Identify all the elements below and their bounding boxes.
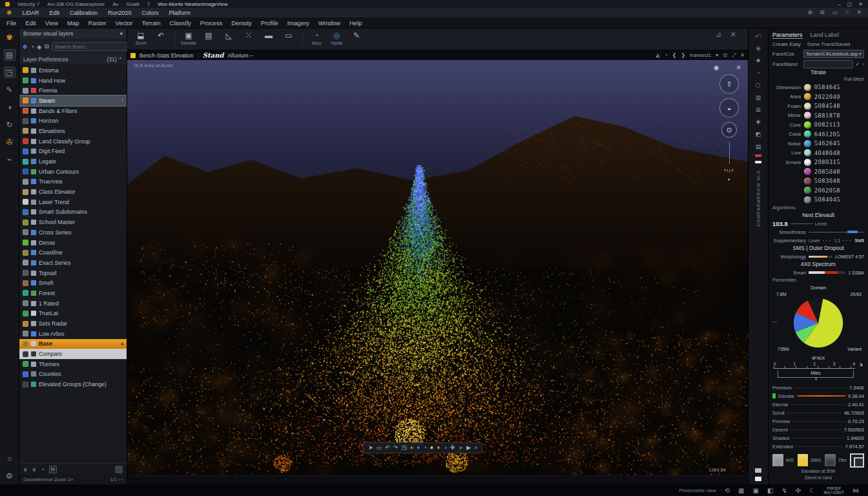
menu-item-file[interactable]: File xyxy=(6,19,16,26)
strip-tool-icon[interactable]: ⬡ xyxy=(753,81,763,89)
link-done-trans[interactable]: Done Trans/Saved xyxy=(807,41,850,47)
slope-button[interactable]: ◺ xyxy=(220,30,237,41)
tab-control-icon[interactable]: ◭ xyxy=(656,52,660,58)
class-color-swatch[interactable] xyxy=(804,140,811,147)
class-color-swatch[interactable] xyxy=(804,196,811,203)
smoothness-slider[interactable] xyxy=(809,232,864,232)
look-around-control[interactable]: ⊙ xyxy=(721,122,737,138)
strip-tool-icon[interactable]: ✚ xyxy=(753,118,763,126)
facet-band-input[interactable] xyxy=(803,60,853,68)
zoom-button[interactable]: ⬓Zoom xyxy=(132,30,149,45)
tab-active-suffix[interactable]: Alluvium – xyxy=(227,52,253,59)
search-input[interactable] xyxy=(52,42,129,51)
layer-row-coastline[interactable]: Coastline xyxy=(19,247,127,258)
class-color-swatch[interactable] xyxy=(804,103,811,110)
thumbnail-wis[interactable] xyxy=(772,454,783,466)
toolbar-far-icon[interactable]: ✕ xyxy=(730,30,736,39)
sidebar-header[interactable]: Browse visual layers ▾ xyxy=(19,28,127,39)
contrast-icon[interactable]: ◑ xyxy=(4,101,16,113)
orbit-control[interactable]: ◒ xyxy=(719,98,739,118)
layer-row-sets-radar[interactable]: Sets Radar xyxy=(19,318,127,329)
class-color-swatch[interactable] xyxy=(804,149,811,156)
layer-row-entoma[interactable]: Entoma xyxy=(19,65,127,76)
layer-row-hand-how[interactable]: Hand How xyxy=(19,76,127,86)
toolbar-far-icon[interactable]: ⊿ xyxy=(716,30,721,39)
supplementary-slider[interactable] xyxy=(823,240,832,241)
collapse-icon[interactable]: ⌃ xyxy=(118,56,123,63)
layer-section-header[interactable]: Layer Preferences (31) ⌃ xyxy=(19,54,127,64)
thumbnail-75m[interactable] xyxy=(825,454,836,466)
footer-tool-icon[interactable]: ∨ xyxy=(32,466,37,473)
zoom-slider[interactable] xyxy=(729,142,730,164)
layer-row-forest[interactable]: Forest xyxy=(19,288,127,298)
thumbnail-dwg[interactable] xyxy=(798,454,809,466)
menu-item-vector[interactable]: Vector xyxy=(116,19,133,26)
maximize-icon[interactable]: ▢ xyxy=(847,1,852,7)
float-tool-icon[interactable]: ◳ xyxy=(401,443,407,453)
link-create-easy[interactable]: Create Easy xyxy=(772,41,801,47)
settings-icon[interactable]: ⚙ xyxy=(4,470,16,482)
rotate-icon[interactable]: ↻ xyxy=(4,119,16,130)
float-tool-icon[interactable]: ⌖ xyxy=(410,443,413,453)
menu-item-lidar[interactable]: LiDAR xyxy=(22,10,39,16)
draw-icon[interactable]: ✎ xyxy=(4,84,16,96)
footer-tool-icon[interactable]: ∨ xyxy=(23,466,28,473)
float-tool-icon[interactable]: ↷ xyxy=(393,443,398,453)
morphology-bar[interactable] xyxy=(809,256,832,258)
sidebar-tool-icon[interactable]: ⧉ xyxy=(45,43,49,50)
view-options-icon[interactable]: ◉ xyxy=(714,64,719,71)
layers-button[interactable]: ▤ xyxy=(200,30,217,41)
strip-tool-icon[interactable]: ◔ xyxy=(753,68,763,77)
tab-control-icon[interactable]: ❮ xyxy=(672,52,677,58)
layer-row-bands-filters[interactable]: Bands & Filters xyxy=(19,106,127,116)
pin-icon[interactable]: ▴ xyxy=(121,341,123,346)
layer-row-truelat[interactable]: TrueLat xyxy=(19,309,127,319)
lasso-icon[interactable]: ✇ xyxy=(4,136,16,148)
windows-icon[interactable]: ◳ xyxy=(4,67,16,78)
denoise-button[interactable]: ▣Denoise xyxy=(180,30,197,45)
tilt-handle-icon[interactable]: ▾ xyxy=(728,177,730,181)
menu-item-window[interactable]: Window xyxy=(318,19,340,26)
status-icon[interactable]: ◧ xyxy=(767,487,773,494)
menu-item-process[interactable]: Process xyxy=(200,19,222,26)
menu-item-edit[interactable]: Edit xyxy=(25,19,36,26)
inner-window-control-icon[interactable]: ✕ xyxy=(856,9,862,16)
chevron-right-icon[interactable]: › xyxy=(862,61,864,67)
status-icon[interactable]: ☾ xyxy=(809,487,815,494)
close-icon[interactable]: ✕ xyxy=(858,1,863,7)
class-color-swatch[interactable] xyxy=(804,168,811,175)
menu-item-platform[interactable]: Platform xyxy=(169,10,191,16)
layer-row-fixenia[interactable]: Fixenia xyxy=(19,85,127,96)
float-tool-icon[interactable]: ▭ xyxy=(377,443,382,453)
strip-tool-icon[interactable]: ◩ xyxy=(753,130,763,138)
layer-row-cross-series[interactable]: Cross Series xyxy=(19,227,127,238)
float-tool-icon[interactable]: ● xyxy=(437,443,440,453)
layer-row-elevations[interactable]: Elevations xyxy=(19,126,127,136)
edit-geometry-button[interactable]: ✎ xyxy=(348,30,365,41)
layer-row-counties[interactable]: Counties xyxy=(19,369,127,380)
class-color-swatch[interactable] xyxy=(804,121,811,129)
float-tool-icon[interactable]: ↶ xyxy=(385,443,390,453)
layer-row-steam[interactable]: Steam▾ xyxy=(19,96,127,106)
flatten-button[interactable]: ▬ xyxy=(260,30,277,41)
float-tool-icon[interactable]: ✥ xyxy=(450,443,455,453)
class-color-swatch[interactable] xyxy=(804,93,811,100)
float-tool-icon[interactable]: » xyxy=(474,443,477,453)
smart-bar[interactable] xyxy=(809,271,845,274)
menu-item-help[interactable]: Help xyxy=(349,19,362,26)
float-tool-icon[interactable]: ● xyxy=(417,443,420,453)
menu-item-colors[interactable]: Colors xyxy=(142,10,159,16)
measure-mode-button[interactable]: M xyxy=(49,466,57,473)
pan-up-control[interactable]: ⇧ xyxy=(719,74,739,94)
facet-css-select[interactable]: Terrain/C4/Litoblock.asp▾ xyxy=(803,50,864,58)
strip-tool-icon[interactable]: ▥ xyxy=(753,93,763,101)
menu-item-classify[interactable]: Classify xyxy=(170,19,191,26)
close-view-icon[interactable]: ✕ xyxy=(736,64,741,71)
menu-item-terrain[interactable]: Terrain xyxy=(142,19,161,26)
layer-row-elevated-groups-change[interactable]: Elevated Groups (Change) xyxy=(19,379,127,389)
class-color-swatch[interactable] xyxy=(804,112,811,119)
layer-row-legate[interactable]: Legate xyxy=(19,156,127,167)
record-icon[interactable]: ○ xyxy=(4,453,16,464)
inner-window-control-icon[interactable]: ○ xyxy=(845,9,849,16)
layer-row-class-elevator[interactable]: Class Elevator xyxy=(19,187,127,197)
